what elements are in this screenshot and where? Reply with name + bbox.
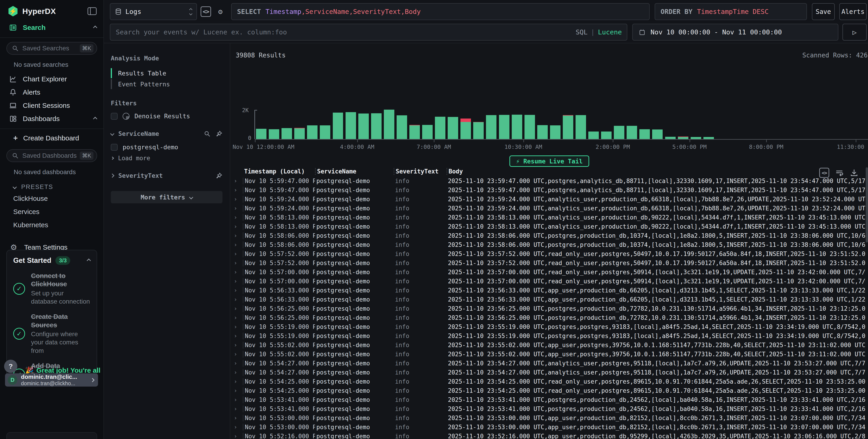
table-row[interactable]: ›Nov 10 5:56:25.000 PMpostgresql-demoinf… [230,313,865,322]
select-columns-input[interactable]: SELECT Timestamp ,ServiceName,SeverityTe… [231,3,650,20]
row-expand-icon[interactable]: › [230,306,243,312]
create-dashboard-button[interactable]: + Create Dashboard [0,131,103,145]
histogram-bar[interactable] [384,109,394,139]
row-expand-icon[interactable]: › [230,287,243,293]
row-expand-icon[interactable]: › [230,205,243,212]
histogram-bar[interactable] [422,125,433,139]
histogram-bar[interactable] [307,125,317,139]
table-row[interactable]: ›Nov 10 5:53:41.000 PMpostgresql-demoinf… [230,395,865,404]
column-header-severitytext[interactable]: SeverityText [394,168,446,175]
histogram-bar[interactable] [448,117,458,139]
orderby-input[interactable]: ORDER BY TimestampTime DESC [655,3,807,20]
histogram[interactable] [255,109,868,139]
histogram-bar[interactable] [563,115,573,139]
table-row[interactable]: ›Nov 10 5:58:13.000 PMpostgresql-demoinf… [230,213,865,222]
checkbox[interactable] [111,113,118,120]
histogram-bar[interactable] [550,125,560,139]
table-row[interactable]: ›Nov 10 5:58:06.000 PMpostgresql-demoinf… [230,240,865,249]
help-button[interactable]: ? [4,360,17,373]
presets-header[interactable]: PRESETS [0,180,103,192]
table-row[interactable]: ›Nov 10 5:56:33.000 PMpostgresql-demoinf… [230,286,865,295]
histogram-bar[interactable] [460,119,471,139]
row-expand-icon[interactable]: › [230,342,243,348]
search-icon[interactable] [204,130,211,137]
save-button[interactable]: Save [812,3,835,20]
row-expand-icon[interactable]: › [230,242,243,248]
facet-servicename[interactable]: ServiceName [111,130,222,137]
settings-gear-icon[interactable]: ⚙ [215,6,226,17]
row-expand-icon[interactable]: › [230,232,243,239]
preset-services[interactable]: Services [0,205,103,218]
column-header-servicename[interactable]: ServiceName [315,168,394,175]
resume-live-tail-button[interactable]: ⚡ Resume Live Tail [509,155,589,167]
mode-results-table[interactable]: Results Table [111,68,222,79]
histogram-bar[interactable] [704,137,714,139]
table-row[interactable]: ›Nov 10 5:53:00.000 PMpostgresql-demoinf… [230,413,865,422]
row-expand-icon[interactable]: › [230,269,243,275]
table-row[interactable]: ›Nov 10 5:59:24.000 PMpostgresql-demoinf… [230,195,865,204]
table-row[interactable]: ›Nov 10 5:57:52.000 PMpostgresql-demoinf… [230,249,865,258]
get-started-item[interactable]: ✓ Connect to ClickHouse Set up your data… [13,272,90,306]
row-expand-icon[interactable]: › [230,387,243,394]
sidebar-item-chart-explorer[interactable]: Chart Explorer [0,72,103,86]
histogram-bar[interactable] [678,136,688,139]
row-expand-icon[interactable]: › [230,324,243,330]
sidebar-collapse-icon[interactable] [88,7,97,15]
table-row[interactable]: ›Nov 10 5:55:19.000 PMpostgresql-demoinf… [230,322,865,332]
histogram-bar[interactable] [601,131,612,139]
table-row[interactable]: ›Nov 10 5:58:13.000 PMpostgresql-demoinf… [230,222,865,231]
table-row[interactable]: ›Nov 10 5:53:00.000 PMpostgresql-demoinf… [230,422,865,432]
product-updates-panel[interactable]: Product updates [6,432,97,439]
histogram-bar[interactable] [652,129,663,139]
pin-icon[interactable] [216,130,222,137]
sidebar-item-dashboards[interactable]: Dashboards [0,112,103,125]
table-row[interactable]: ›Nov 10 5:59:47.000 PMpostgresql-demoinf… [230,186,865,195]
sql-mode-icon[interactable]: <> [200,6,211,17]
sidebar-item-search[interactable]: Search [0,21,103,34]
histogram-bar[interactable] [333,113,343,139]
row-expand-icon[interactable]: › [230,178,243,184]
histogram-bar[interactable] [614,126,624,139]
row-expand-icon[interactable]: › [230,315,243,321]
language-toggle-lucene[interactable]: Lucene [598,28,622,36]
histogram-bar[interactable] [371,113,381,139]
histogram-bar[interactable] [512,115,522,139]
saved-dashboards-input[interactable]: Saved Dashboards ⌘K [6,149,97,162]
pin-icon[interactable] [216,172,222,179]
table-row[interactable]: ›Nov 10 5:56:33.000 PMpostgresql-demoinf… [230,295,865,304]
histogram-bar[interactable] [691,137,701,139]
table-row[interactable]: ›Nov 10 5:54:27.000 PMpostgresql-demoinf… [230,368,865,377]
histogram-bar[interactable] [499,115,509,139]
row-expand-icon[interactable]: › [230,196,243,202]
histogram-bar[interactable] [320,125,330,139]
row-expand-icon[interactable]: › [230,360,243,367]
row-expand-icon[interactable]: › [230,424,243,430]
row-expand-icon[interactable]: › [230,378,243,385]
service-filter-option[interactable]: postgresql-demo [111,144,222,151]
row-expand-icon[interactable]: › [230,214,243,221]
date-range-picker[interactable]: Nov 10 00:00:00 - Nov 11 00:00:00 [632,24,838,40]
row-expand-icon[interactable]: › [230,251,243,257]
alerts-button[interactable]: Alerts [839,3,867,20]
row-expand-icon[interactable]: › [230,351,243,357]
histogram-bar[interactable] [409,125,420,139]
table-row[interactable]: ›Nov 10 5:54:25.000 PMpostgresql-demoinf… [230,377,865,386]
histogram-bar[interactable] [627,126,637,139]
table-row[interactable]: ›Nov 10 5:52:16.000 PMpostgresql-demoinf… [230,432,865,439]
table-row[interactable]: ›Nov 10 5:55:02.000 PMpostgresql-demoinf… [230,350,865,359]
table-row[interactable]: ›Nov 10 5:55:19.000 PMpostgresql-demoinf… [230,332,865,341]
user-menu[interactable]: D dominic.tran@clic... dominic.tran@clic… [5,373,98,386]
histogram-bar[interactable] [435,117,445,139]
table-row[interactable]: ›Nov 10 5:56:25.000 PMpostgresql-demoinf… [230,304,865,313]
column-header-timestamp[interactable]: Timestamp (Local) [243,168,315,175]
histogram-bar[interactable] [537,125,548,139]
histogram-bar[interactable] [256,129,267,139]
histogram-bar[interactable] [397,115,407,139]
histogram-bar[interactable] [486,115,496,139]
facet-severitytext[interactable]: SeverityText [111,172,222,179]
row-expand-icon[interactable]: › [230,333,243,339]
table-row[interactable]: ›Nov 10 5:57:52.000 PMpostgresql-demoinf… [230,258,865,268]
more-filters-button[interactable]: More filters [111,191,222,203]
histogram-bar[interactable] [346,112,356,139]
preset-clickhouse[interactable]: ClickHouse [0,192,103,205]
